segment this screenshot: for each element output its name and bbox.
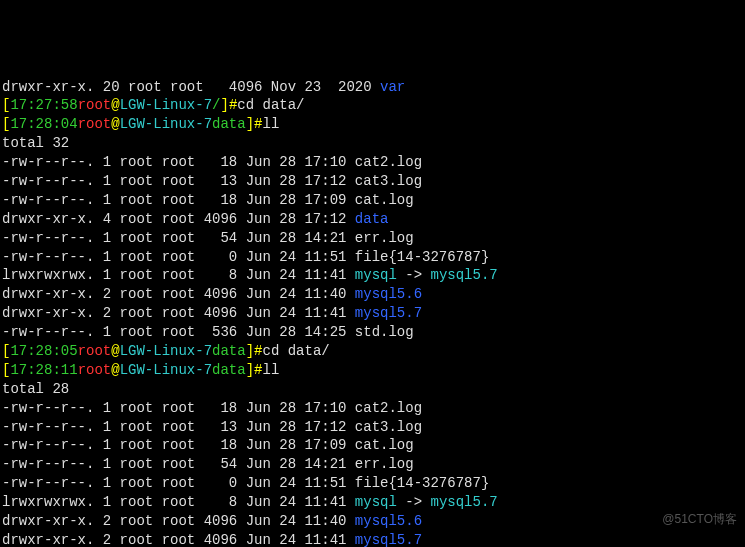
file-name: mysql5.7 [355,532,422,547]
file-perms: -rw-r--r--. 1 root root 0 Jun 24 11:51 [2,475,355,491]
list-item: lrwxrwxrwx. 1 root root 8 Jun 24 11:41 m… [2,266,743,285]
prompt-host: LGW-Linux-7 [120,362,212,378]
prompt-line: [17:27:58root@LGW-Linux-7/]#cd data/ [2,96,743,115]
file-perms: drwxr-xr-x. 2 root root 4096 Jun 24 11:4… [2,513,355,529]
prompt-time: 17:27:58 [10,97,77,113]
file-name: var [380,79,405,95]
command-text: ll [262,362,279,378]
list-item: -rw-r--r--. 1 root root 18 Jun 28 17:09 … [2,436,743,455]
link-arrow-icon: -> [397,267,431,283]
file-perms: -rw-r--r--. 1 root root 0 Jun 24 11:51 [2,249,355,265]
file-perms: -rw-r--r--. 1 root root 13 Jun 28 17:12 [2,419,355,435]
prompt-time: 17:28:04 [10,116,77,132]
prompt-user: root [78,362,112,378]
file-perms: -rw-r--r--. 1 root root 18 Jun 28 17:09 [2,192,355,208]
list-item: -rw-r--r--. 1 root root 18 Jun 28 17:10 … [2,399,743,418]
bracket-icon: ] [246,116,254,132]
file-perms: drwxr-xr-x. 2 root root 4096 Jun 24 11:4… [2,286,355,302]
file-name: cat3.log [355,173,422,189]
list-item: -rw-r--r--. 1 root root 0 Jun 24 11:51 f… [2,474,743,493]
list-item: lrwxrwxrwx. 1 root root 8 Jun 24 11:41 m… [2,493,743,512]
list-item: -rw-r--r--. 1 root root 536 Jun 28 14:25… [2,323,743,342]
prompt-path: data [212,362,246,378]
file-perms: lrwxrwxrwx. 1 root root 8 Jun 24 11:41 [2,494,355,510]
file-perms: -rw-r--r--. 1 root root 536 Jun 28 14:25 [2,324,355,340]
list-item: drwxr-xr-x. 2 root root 4096 Jun 24 11:4… [2,285,743,304]
command-text: cd data/ [237,97,304,113]
file-perms: -rw-r--r--. 1 root root 18 Jun 28 17:09 [2,437,355,453]
list-item: -rw-r--r--. 1 root root 13 Jun 28 17:12 … [2,172,743,191]
prompt-path: data [212,116,246,132]
file-perms: drwxr-xr-x. 4 root root 4096 Jun 28 17:1… [2,211,355,227]
link-target: mysql5.7 [430,494,497,510]
file-name: file{14-3276787} [355,249,489,265]
prompt-host: LGW-Linux-7 [120,116,212,132]
file-name: cat2.log [355,154,422,170]
file-name: err.log [355,230,414,246]
watermark: @51CTO博客 [662,511,737,527]
file-name: mysql5.6 [355,286,422,302]
file-name: mysql5.7 [355,305,422,321]
file-name: mysql5.6 [355,513,422,529]
list-item: drwxr-xr-x. 20 root root 4096 Nov 23 202… [2,78,743,97]
file-perms: drwxr-xr-x. 2 root root 4096 Jun 24 11:4… [2,532,355,547]
total-line: total 32 [2,134,743,153]
list-item: drwxr-xr-x. 2 root root 4096 Jun 24 11:4… [2,304,743,323]
list-item: drwxr-xr-x. 2 root root 4096 Jun 24 11:4… [2,531,743,547]
prompt-user: root [78,116,112,132]
list-item: drwxr-xr-x. 4 root root 4096 Jun 28 17:1… [2,210,743,229]
file-perms: -rw-r--r--. 1 root root 13 Jun 28 17:12 [2,173,355,189]
bracket-icon: ] [246,362,254,378]
file-name: file{14-3276787} [355,475,489,491]
file-perms: -rw-r--r--. 1 root root 18 Jun 28 17:10 [2,154,355,170]
prompt-path: data [212,343,246,359]
bracket-icon: ] [220,97,228,113]
list-item: -rw-r--r--. 1 root root 13 Jun 28 17:12 … [2,418,743,437]
list-item: drwxr-xr-x. 2 root root 4096 Jun 24 11:4… [2,512,743,531]
prompt-line: [17:28:11root@LGW-Linux-7data]#ll [2,361,743,380]
command-text: ll [262,116,279,132]
terminal-output[interactable]: drwxr-xr-x. 20 root root 4096 Nov 23 202… [2,78,743,547]
prompt-line: [17:28:04root@LGW-Linux-7data]#ll [2,115,743,134]
at-icon: @ [111,343,119,359]
file-perms: -rw-r--r--. 1 root root 18 Jun 28 17:10 [2,400,355,416]
total-line: total 28 [2,380,743,399]
prompt-user: root [78,97,112,113]
file-name: cat.log [355,437,414,453]
file-name: std.log [355,324,414,340]
file-perms: -rw-r--r--. 1 root root 54 Jun 28 14:21 [2,456,355,472]
command-text: cd data/ [262,343,329,359]
file-perms: lrwxrwxrwx. 1 root root 8 Jun 24 11:41 [2,267,355,283]
prompt-time: 17:28:11 [10,362,77,378]
file-name: cat3.log [355,419,422,435]
prompt-user: root [78,343,112,359]
prompt-host: LGW-Linux-7 [120,97,212,113]
at-icon: @ [111,97,119,113]
file-name: err.log [355,456,414,472]
file-name: cat.log [355,192,414,208]
prompt-host: LGW-Linux-7 [120,343,212,359]
list-item: -rw-r--r--. 1 root root 18 Jun 28 17:09 … [2,191,743,210]
list-item: -rw-r--r--. 1 root root 54 Jun 28 14:21 … [2,229,743,248]
prompt-line: [17:28:05root@LGW-Linux-7data]#cd data/ [2,342,743,361]
link-arrow-icon: -> [397,494,431,510]
prompt-time: 17:28:05 [10,343,77,359]
list-item: -rw-r--r--. 1 root root 54 Jun 28 14:21 … [2,455,743,474]
file-name: data [355,211,389,227]
list-item: -rw-r--r--. 1 root root 18 Jun 28 17:10 … [2,153,743,172]
at-icon: @ [111,362,119,378]
file-perms: drwxr-xr-x. 2 root root 4096 Jun 24 11:4… [2,305,355,321]
file-name: cat2.log [355,400,422,416]
file-perms: -rw-r--r--. 1 root root 54 Jun 28 14:21 [2,230,355,246]
file-name: mysql [355,267,397,283]
link-target: mysql5.7 [430,267,497,283]
bracket-icon: ] [246,343,254,359]
file-name: mysql [355,494,397,510]
list-item: -rw-r--r--. 1 root root 0 Jun 24 11:51 f… [2,248,743,267]
at-icon: @ [111,116,119,132]
